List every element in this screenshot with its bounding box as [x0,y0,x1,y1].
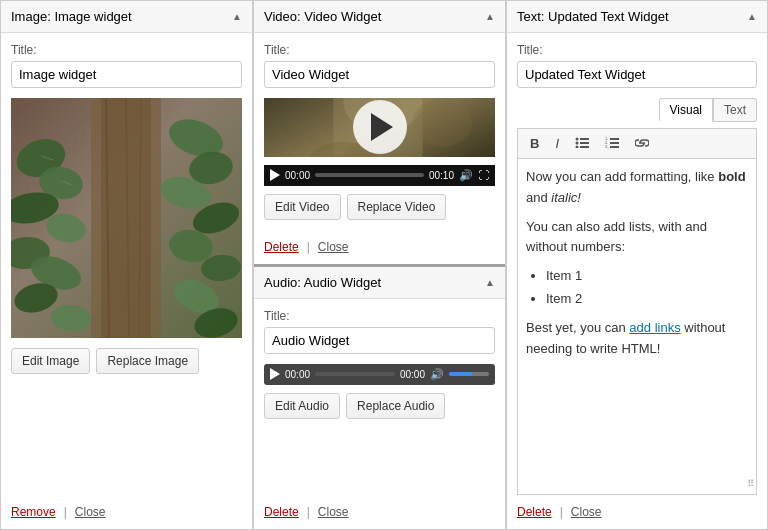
image-widget-type-label: Image: [11,9,51,24]
video-widget-header[interactable]: Video: Video Widget ▲ [254,1,505,33]
audio-time-current: 00:00 [285,369,310,380]
image-action-buttons: Edit Image Replace Image [11,348,242,374]
editor-bold-text: bold [718,169,745,184]
audio-action-buttons: Edit Audio Replace Audio [264,393,495,419]
audio-delete-link[interactable]: Delete [264,505,299,519]
video-play-icon [371,113,393,141]
replace-video-button[interactable]: Replace Video [347,194,447,220]
audio-controls-bar: 00:00 00:00 🔊 [264,364,495,385]
video-widget-name: Video Widget [304,9,381,24]
video-fullscreen-icon[interactable]: ⛶ [478,169,489,181]
image-link-separator: | [64,505,67,519]
audio-volume-fill [449,372,473,376]
image-widget-links: Remove | Close [1,505,252,529]
video-play-control-icon[interactable] [270,169,280,181]
image-remove-link[interactable]: Remove [11,505,56,519]
audio-volume-bar[interactable] [449,372,489,376]
audio-progress-bar[interactable] [315,372,395,376]
text-widget-chevron-icon: ▲ [747,11,757,22]
svg-rect-40 [610,146,619,148]
image-close-link[interactable]: Close [75,505,106,519]
toolbar-link-button[interactable] [629,133,655,154]
link-icon [635,138,649,148]
image-widget-header[interactable]: Image: Image widget ▲ [1,1,252,33]
replace-audio-button[interactable]: Replace Audio [346,393,445,419]
video-widget-header-text: Video: Video Widget [264,9,381,24]
video-play-button[interactable] [353,100,407,154]
toolbar-ul-button[interactable] [569,133,595,154]
audio-title-input[interactable] [264,327,495,354]
image-preview-svg [11,98,242,338]
video-time-current: 00:00 [285,170,310,181]
text-widget-links: Delete | Close [507,505,767,529]
audio-link-separator: | [307,505,310,519]
svg-rect-36 [610,138,619,140]
editor-toolbar: B I 1. 2. 3. [517,128,757,158]
audio-widget-header-text: Audio: Audio Widget [264,275,381,290]
audio-widget-panel: Audio: Audio Widget ▲ Title: 00:00 00:00… [254,267,505,530]
tab-visual[interactable]: Visual [659,98,713,122]
audio-widget-header[interactable]: Audio: Audio Widget ▲ [254,267,505,299]
edit-video-button[interactable]: Edit Video [264,194,341,220]
text-link-separator: | [560,505,563,519]
video-action-buttons: Edit Video Replace Video [264,194,495,220]
editor-list-item-1: Item 1 [546,266,748,287]
svg-point-31 [576,142,579,145]
middle-panels: Video: Video Widget ▲ Title: [253,0,506,530]
image-title-label: Title: [11,43,242,57]
video-widget-body: Title: [254,33,505,240]
image-preview [11,98,242,338]
audio-play-control-icon[interactable] [270,368,280,380]
text-delete-link[interactable]: Delete [517,505,552,519]
video-title-input[interactable] [264,61,495,88]
video-link-separator: | [307,240,310,254]
audio-volume-icon[interactable]: 🔊 [430,368,444,381]
audio-close-link[interactable]: Close [318,505,349,519]
svg-rect-38 [610,142,619,144]
video-widget-type-label: Video: [264,9,301,24]
svg-rect-30 [580,138,589,140]
text-widget-name: Updated Text Widget [548,9,668,24]
editor-content[interactable]: Now you can add formatting, like bold an… [517,158,757,495]
image-widget-chevron-icon: ▲ [232,11,242,22]
resize-handle-icon[interactable]: ⠿ [747,476,754,492]
svg-rect-32 [580,142,589,144]
image-widget-header-text: Image: Image widget [11,9,132,24]
image-title-input[interactable] [11,61,242,88]
svg-text:3.: 3. [605,144,608,148]
toolbar-bold-button[interactable]: B [524,133,545,154]
audio-widget-name: Audio Widget [304,275,381,290]
editor-para-2: You can also add lists, with and without… [526,217,748,259]
image-widget-name: Image widget [54,9,131,24]
editor-link[interactable]: add links [629,320,680,335]
edit-image-button[interactable]: Edit Image [11,348,90,374]
toolbar-italic-button[interactable]: I [549,133,565,154]
replace-image-button[interactable]: Replace Image [96,348,199,374]
editor-tabs: Visual Text [517,98,757,122]
video-close-link[interactable]: Close [318,240,349,254]
text-widget-type-label: Text: [517,9,544,24]
editor-para-3: Best yet, you can add links without need… [526,318,748,360]
svg-point-28 [413,98,472,147]
audio-title-label: Title: [264,309,495,323]
video-widget-panel: Video: Video Widget ▲ Title: [254,1,505,267]
video-volume-icon[interactable]: 🔊 [459,169,473,182]
ol-icon: 1. 2. 3. [605,136,619,148]
editor-para-1: Now you can add formatting, like bold an… [526,167,748,209]
toolbar-ol-button[interactable]: 1. 2. 3. [599,133,625,154]
editor-list-item-2: Item 2 [546,289,748,310]
text-widget-header-text: Text: Updated Text Widget [517,9,669,24]
tab-text[interactable]: Text [713,98,757,122]
video-thumbnail [264,98,495,157]
video-delete-link[interactable]: Delete [264,240,299,254]
text-title-input[interactable] [517,61,757,88]
audio-time-total: 00:00 [400,369,425,380]
text-widget-header[interactable]: Text: Updated Text Widget ▲ [507,1,767,33]
video-progress-bar[interactable] [315,173,424,177]
ul-icon [575,136,589,148]
audio-widget-chevron-icon: ▲ [485,277,495,288]
edit-audio-button[interactable]: Edit Audio [264,393,340,419]
editor-italic-text: italic! [551,190,581,205]
text-title-label: Title: [517,43,757,57]
text-close-link[interactable]: Close [571,505,602,519]
